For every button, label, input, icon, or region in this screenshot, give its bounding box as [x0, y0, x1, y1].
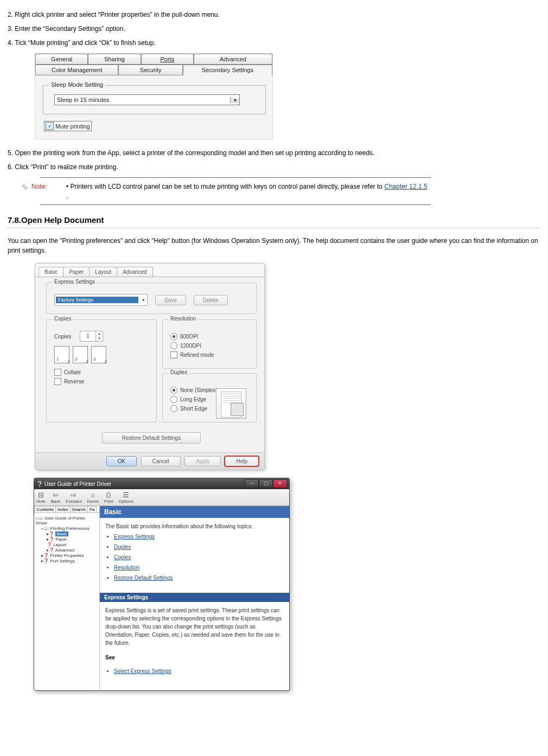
tree-port-settings[interactable]: ▸❓ Port Settings — [41, 559, 98, 563]
tab-general[interactable]: General — [35, 54, 88, 65]
step-6: 6. Click “Print” to realize mute printin… — [8, 163, 540, 171]
tree-paper[interactable]: ▸❓ Paper — [47, 537, 98, 542]
section-text: You can open the "Printing preferences" … — [8, 236, 540, 255]
tool-print[interactable]: ⎙Print — [104, 491, 113, 504]
close-button[interactable]: ✕ — [273, 479, 287, 488]
tab-security[interactable]: Security — [118, 65, 182, 75]
help-viewer-window: ❔ User Guide of Printer Driver ─ ▢ ✕ ⊟Hi… — [34, 478, 290, 691]
note-text: • Printers with LCD control panel can be… — [66, 182, 431, 201]
tree-root[interactable]: ▸📖 User Guide of Printer Driver — [36, 516, 98, 526]
copies-label: Copies — [54, 334, 71, 339]
divider — [8, 228, 540, 228]
section-heading: 7.8.Open Help Document — [8, 215, 540, 225]
nav-tab-contents[interactable]: Contents — [34, 506, 56, 512]
chevron-down-icon: ▾ — [139, 297, 147, 303]
duplex-group-label: Duplex — [168, 369, 189, 375]
help-content-pane: Basic The Basic tab provides information… — [100, 506, 289, 690]
delete-button[interactable]: Delete — [194, 295, 228, 305]
window-title: User Guide of Printer Driver — [44, 481, 111, 487]
tab-secondary-settings[interactable]: Secondary Settings — [183, 65, 272, 75]
printer-properties-dialog: General Sharing Ports Advanced Color Man… — [35, 53, 273, 139]
resolution-group: Resolution 600DPI 1200DPI Refined mode — [162, 319, 257, 369]
tab-basic[interactable]: Basic — [39, 267, 63, 277]
mute-printing-checkbox[interactable]: ✓ Mute printing — [44, 121, 92, 131]
nav-tab-search[interactable]: Search — [70, 506, 88, 512]
tool-options[interactable]: ☰Options — [118, 491, 133, 504]
nav-tab-fav[interactable]: Fa — [87, 506, 97, 512]
copies-group-label: Copies — [52, 316, 73, 322]
tree-basic[interactable]: ▸❓ Basic — [47, 531, 98, 536]
step-2: 2. Right click printer and select “Print… — [8, 11, 540, 18]
tab-paper[interactable]: Paper — [63, 267, 90, 277]
link-duplex[interactable]: Duplex — [114, 544, 131, 550]
tab-advanced2[interactable]: Advanced — [117, 267, 152, 277]
see-label: See — [100, 651, 289, 661]
caret-down-icon[interactable]: ▼ — [96, 336, 103, 341]
copies-value: 1 — [80, 331, 95, 341]
tab-ports[interactable]: Ports — [141, 54, 194, 65]
help-toolbar: ⊟Hide ⇦Back ⇨Forward ⌂Home ⎙Print ☰Optio… — [34, 489, 289, 506]
link-copies[interactable]: Copies — [114, 554, 131, 560]
link-restore[interactable]: Restore Default Settings — [114, 575, 173, 581]
ok-button[interactable]: OK — [106, 456, 137, 466]
tree-layout[interactable]: ❓ Layout — [47, 542, 98, 547]
tool-home[interactable]: ⌂Home — [87, 491, 99, 504]
restore-defaults-button[interactable]: Restore Default Settings — [102, 432, 201, 444]
copies-group: Copies Copies 1 ▲▼ 11 22 33 Collate Reve… — [46, 319, 157, 422]
check-icon: ✓ — [46, 122, 54, 130]
chevron-down-icon: ▾ — [230, 97, 239, 103]
book-icon: ❔ — [36, 481, 43, 487]
printing-preferences-dialog: Basic Paper Layout Advanced Express Sett… — [35, 263, 265, 470]
sleep-mode-combo[interactable]: Sleep in 15 minutes ▾ — [54, 94, 240, 105]
link-express[interactable]: Express Settings — [114, 534, 155, 540]
tab-advanced[interactable]: Advanced — [194, 54, 272, 65]
express-group-label: Express Settings — [52, 279, 97, 285]
sleep-mode-value: Sleep in 15 minutes — [55, 97, 230, 103]
link-select-express[interactable]: Select Express Settings — [114, 668, 171, 674]
tab-color-management[interactable]: Color Management — [35, 65, 118, 75]
step-4: 4. Tick “Mute printing” and click “Ok” t… — [8, 39, 540, 47]
tool-forward[interactable]: ⇨Forward — [66, 491, 81, 504]
content-intro: The Basic tab provides information about… — [105, 522, 284, 530]
content-subtext: Express Settings is a set of saved print… — [100, 602, 289, 651]
collate-preview-icons: 11 22 33 — [54, 346, 149, 363]
link-resolution[interactable]: Resolution — [114, 565, 139, 571]
reverse-checkbox[interactable]: Reverse — [54, 378, 149, 385]
step-3: 3. Enter the “Secondary Settings” option… — [8, 25, 540, 33]
mute-printing-label: Mute printing — [55, 123, 90, 130]
maximize-button[interactable]: ▢ — [259, 479, 273, 488]
caret-up-icon[interactable]: ▲ — [96, 331, 103, 336]
tree-advanced[interactable]: ▸❓ Advanced — [47, 548, 98, 553]
apply-button[interactable]: Apply — [184, 456, 221, 466]
cancel-button[interactable]: Cancel — [141, 456, 181, 466]
content-subhead: Express Settings — [100, 593, 289, 602]
resolution-group-label: Resolution — [168, 316, 198, 322]
express-combo[interactable]: Factory Settings ▾ — [54, 294, 148, 306]
express-combo-value: Factory Settings — [56, 297, 138, 303]
tab-layout[interactable]: Layout — [89, 267, 117, 277]
help-button[interactable]: Help — [225, 456, 259, 466]
refined-checkbox[interactable]: Refined mode — [170, 351, 248, 358]
tree-printer-props[interactable]: ▸❓ Printer Properties — [41, 553, 98, 558]
collate-checkbox[interactable]: Collate — [54, 369, 149, 376]
tool-back[interactable]: ⇦Back — [50, 491, 60, 504]
minimize-button[interactable]: ─ — [245, 479, 259, 488]
save-button[interactable]: Save — [155, 295, 186, 305]
duplex-group: Duplex None (Simplex) Long Edge Short Ed… — [162, 373, 257, 422]
content-banner: Basic — [100, 506, 289, 518]
step-5: 5. Open the printing work from the App, … — [8, 149, 540, 157]
copies-spinner[interactable]: 1 ▲▼ — [80, 331, 103, 342]
radio-1200dpi[interactable]: 1200DPI — [170, 342, 248, 349]
chapter-link[interactable]: Chapter 12.1.5 — [384, 183, 427, 190]
note-icon: ✎ — [18, 182, 31, 191]
sleep-mode-group: Sleep Mode Setting Sleep in 15 minutes ▾ — [43, 85, 266, 114]
help-nav-pane: Contents Index Search Fa ▸📖 User Guide o… — [34, 506, 100, 690]
nav-tab-index[interactable]: Index — [55, 506, 71, 512]
tab-sharing[interactable]: Sharing — [88, 54, 141, 65]
radio-600dpi[interactable]: 600DPI — [170, 333, 248, 340]
tool-hide[interactable]: ⊟Hide — [36, 491, 45, 504]
tree-preferences[interactable]: ▸📖 Printing Preferences — [41, 526, 98, 531]
sleep-mode-label: Sleep Mode Setting — [49, 81, 105, 88]
duplex-preview — [216, 388, 246, 419]
note-block: ✎ Note: • Printers with LCD control pane… — [18, 177, 431, 206]
